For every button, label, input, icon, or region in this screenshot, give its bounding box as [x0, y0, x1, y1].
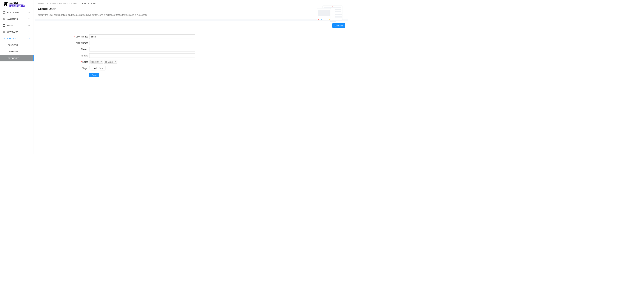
svg-rect-23 [339, 14, 342, 15]
label-role: *Role: [40, 61, 89, 63]
brand-line2: Console [10, 5, 23, 7]
sidebar-label: COMMAND [8, 50, 30, 53]
brand-logo[interactable]: INFINI Console [0, 0, 34, 8]
page-header: Home / SYSTEM / SECURITY / user / CREATE… [34, 0, 349, 16]
svg-point-19 [332, 6, 332, 7]
sidebar: INFINI Console PLATFORM [0, 0, 34, 154]
page-description: Modify the user configuration, and then … [38, 14, 196, 16]
hero-illustration [316, 5, 343, 25]
create-user-form: *User Name: Nick Name: [35, 30, 348, 83]
sidebar-item-security[interactable]: SECURITY [0, 55, 34, 61]
form-card: Go back *User Name: Nick Name: [35, 21, 348, 83]
svg-rect-25 [335, 17, 342, 18]
svg-rect-18 [324, 7, 341, 8]
sidebar-item-gateway[interactable]: GATEWAY [0, 29, 34, 35]
svg-rect-5 [4, 11, 5, 12]
label-nickname: Nick Name: [40, 42, 89, 44]
sidebar-label: ALERTING [7, 18, 28, 20]
svg-rect-8 [3, 24, 5, 26]
form-row-nickname: Nick Name: [40, 41, 344, 45]
brand-mark-icon [4, 2, 8, 7]
sidebar-item-platform[interactable]: PLATFORM [0, 9, 34, 16]
sidebar-label: DATA [7, 24, 28, 27]
svg-point-30 [318, 19, 319, 20]
svg-rect-24 [335, 16, 342, 17]
label-tags: Tags: [40, 67, 89, 70]
chevron-down-icon [28, 31, 30, 33]
sidebar-item-data[interactable]: DATA [0, 22, 34, 29]
svg-rect-28 [318, 17, 330, 17]
phone-input[interactable] [89, 47, 195, 52]
breadcrumb-item[interactable]: SYSTEM [47, 2, 56, 5]
breadcrumb: Home / SYSTEM / SECURITY / user / CREATE… [38, 2, 345, 5]
alerting-icon [3, 18, 6, 20]
chevron-down-icon [28, 24, 30, 27]
save-button[interactable]: Save [89, 73, 99, 77]
sidebar-label: CLUSTER [8, 44, 30, 46]
data-icon [3, 24, 6, 27]
breadcrumb-separator: / [79, 2, 79, 5]
system-icon [3, 37, 6, 40]
breadcrumb-separator: / [45, 2, 46, 5]
label-username: *User Name: [40, 36, 89, 38]
svg-rect-7 [4, 13, 5, 14]
sidebar-label: PLATFORM [7, 11, 28, 14]
remove-tag-icon[interactable]: ✕ [114, 61, 116, 63]
sidebar-item-alerting[interactable]: ALERTING [0, 16, 34, 22]
add-tag-button[interactable]: + Add New [89, 66, 106, 70]
breadcrumb-separator: / [71, 2, 72, 5]
role-select[interactable]: readonly ✕ es-v7171 ✕ [89, 60, 195, 64]
svg-rect-6 [3, 13, 4, 14]
breadcrumb-item[interactable]: Home [38, 2, 44, 5]
svg-rect-22 [335, 14, 339, 15]
platform-icon [3, 11, 6, 14]
svg-rect-20 [335, 9, 341, 10]
svg-rect-34 [330, 21, 336, 22]
sidebar-item-command[interactable]: COMMAND [0, 48, 34, 55]
nickname-input[interactable] [89, 41, 195, 45]
form-row-phone: Phone: [40, 47, 344, 52]
sidebar-item-cluster[interactable]: CLUSTER [0, 42, 34, 48]
breadcrumb-separator: / [57, 2, 58, 5]
svg-point-16 [4, 38, 4, 39]
svg-rect-11 [3, 32, 5, 33]
form-row-role: *Role: readonly ✕ es-v7171 ✕ [40, 60, 344, 64]
sidebar-menu: PLATFORM ALERTING DATA [0, 8, 34, 61]
chevron-down-icon [28, 18, 30, 20]
svg-rect-33 [332, 21, 334, 21]
breadcrumb-item-current: CREATE USER [81, 2, 96, 5]
label-email: Email: [40, 54, 89, 57]
svg-rect-32 [329, 19, 330, 20]
sidebar-item-system[interactable]: SYSTEM [0, 35, 34, 42]
chevron-down-icon [28, 11, 30, 14]
plus-icon: + [91, 67, 93, 70]
chevron-up-icon [28, 37, 30, 40]
form-row-username: *User Name: [40, 34, 344, 39]
form-row-tags: Tags: + Add New [40, 66, 344, 70]
card-header: Go back [35, 21, 348, 30]
svg-rect-4 [3, 11, 4, 12]
sidebar-label: SYSTEM [7, 37, 28, 40]
remove-tag-icon[interactable]: ✕ [100, 61, 102, 63]
username-input[interactable] [89, 34, 195, 39]
main-content: Home / SYSTEM / SECURITY / user / CREATE… [34, 0, 349, 154]
breadcrumb-item[interactable]: user [73, 2, 77, 5]
form-row-email: Email: [40, 53, 344, 58]
role-tag: readonly ✕ [90, 60, 103, 64]
sidebar-label: SECURITY [8, 57, 30, 59]
label-phone: Phone: [40, 48, 89, 51]
breadcrumb-item[interactable]: SECURITY [59, 2, 70, 5]
svg-rect-29 [318, 18, 327, 18]
role-tag: es-v7171 ✕ [104, 60, 118, 64]
page-title: Create User [38, 7, 345, 11]
sidebar-label: GATEWAY [7, 31, 28, 33]
svg-rect-27 [318, 10, 330, 16]
svg-point-31 [321, 19, 322, 20]
gateway-icon [3, 31, 6, 33]
svg-rect-21 [335, 11, 341, 12]
form-actions: Save [89, 73, 344, 77]
email-input[interactable] [89, 53, 195, 58]
